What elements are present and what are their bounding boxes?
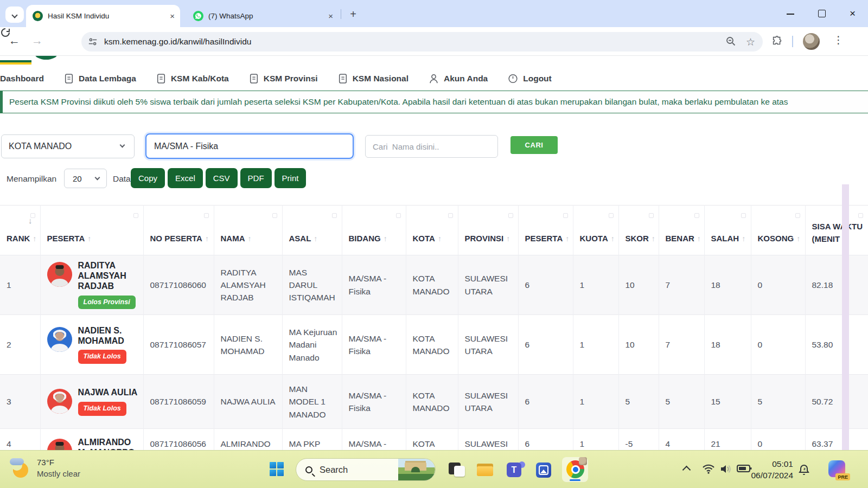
clock[interactable]: 05:01 06/07/2024 [751,458,793,481]
page-size-value: 20 [73,174,82,183]
filter-icon[interactable] [204,213,209,218]
nav-item-ksm-kab-kota[interactable]: KSM Kab/Kota [156,73,229,84]
column-header-sisa-waktu-menit[interactable]: SISA WAKTU (MENIT [805,206,868,255]
cell-no-peserta: 087171086060 [143,255,214,315]
profile-avatar[interactable] [803,33,820,50]
nav-item-ksm-provinsi[interactable]: KSM Provinsi [249,73,318,84]
teams-button[interactable]: T [505,459,525,480]
filter-icon[interactable] [272,213,277,218]
filter-icon[interactable] [649,213,654,218]
chrome-button[interactable] [562,457,588,482]
nav-item-ksm-nasional[interactable]: KSM Nasional [338,73,409,84]
export-pdf-button[interactable]: PDF [240,168,272,188]
nav-item-logout[interactable]: Logout [508,73,552,84]
export-csv-button[interactable]: CSV [206,168,238,188]
cell-skor: -5 [618,429,659,450]
export-print-button[interactable]: Print [275,168,307,188]
table-row[interactable]: 1 RADITYA ALAMSYAH RADJAB Lolos Provinsi… [0,255,868,315]
minimize-button[interactable] [775,0,806,27]
maximize-button[interactable] [806,0,837,27]
participant-name: ALMIRANDO M. MANOPPO [78,438,139,450]
column-header-no-peserta[interactable]: NO PESERTA↑ [143,206,214,255]
url-bar[interactable]: ksm.kemenag.go.id/kanwil/hasilIndividu ☆ [81,32,763,52]
export-copy-button[interactable]: Copy [131,168,165,188]
weather-widget[interactable]: 73°F Mostly clear [9,456,80,481]
nav-item-dashboard[interactable]: Dashboard [0,74,44,84]
column-header-bidang[interactable]: BIDANG↑ [342,206,406,255]
filter-icon[interactable] [858,213,863,218]
region-select[interactable]: KOTA MANADO [1,134,135,158]
tab-search-button[interactable] [5,7,24,23]
column-header-skor[interactable]: SKOR↑ [618,206,659,255]
weather-temp: 73°F [37,458,80,467]
forward-button[interactable]: → [31,34,43,47]
column-header-asal[interactable]: ASAL↑ [282,206,342,255]
battery-icon[interactable] [737,464,752,475]
page-scrollbar[interactable] [842,184,849,450]
photos-button[interactable] [534,459,554,480]
extensions-icon[interactable] [771,35,783,49]
tab-hasil-ksm[interactable]: Hasil KSM Individu × [26,5,180,27]
page-size-select[interactable]: 20 [64,169,107,188]
browser-menu-icon[interactable]: ⋮ [833,34,844,46]
table-row[interactable]: 3 NAJWA AULIA Tidak Lolos 087171086059 N… [0,375,868,429]
close-window-button[interactable]: × [837,0,868,27]
column-header-kota[interactable]: KOTA↑ [406,206,458,255]
cell-bidang: MA/SMA - [342,429,406,450]
filter-icon[interactable] [694,213,699,218]
search-name-input[interactable] [365,135,498,158]
filter-icon[interactable] [795,213,800,218]
column-header-rank[interactable]: ↓RANK↑ [0,206,40,255]
nav-item-label: Data Lembaga [79,74,136,84]
wifi-icon[interactable] [702,464,715,476]
filter-icon[interactable] [609,213,614,218]
column-header-salah[interactable]: SALAH↑ [704,206,751,255]
url-text[interactable]: ksm.kemenag.go.id/kanwil/hasilIndividu [104,37,716,47]
bookmark-star-icon[interactable]: ☆ [746,36,755,48]
table-row[interactable]: 4 ALMIRANDO M. MANOPPO 087171086056 ALMI… [0,429,868,450]
notification-bell-icon[interactable]: z [797,464,810,478]
table-row[interactable]: 2 NADIEN S. MOHAMAD Tidak Lolos 08717108… [0,315,868,375]
filter-icon[interactable] [508,213,513,218]
cell-nama: NADIEN S. MOHAMAD [214,315,282,375]
tray-chevron-up-icon[interactable] [682,466,691,474]
column-header-benar[interactable]: BENAR↑ [659,206,704,255]
filter-icon[interactable] [332,213,337,218]
subject-input[interactable] [145,133,354,159]
zoom-out-icon[interactable] [725,36,736,48]
filter-icon[interactable] [396,213,401,218]
filter-icon[interactable] [741,213,746,218]
start-button[interactable] [270,462,284,477]
copilot-button[interactable]: PRE [828,460,845,477]
nav-item-label: Logout [523,74,552,84]
nav-item-akun-anda[interactable]: Akun Anda [429,73,488,84]
taskbar-search[interactable]: Search [296,458,436,481]
participant-name: NADIEN S. MOHAMAD [78,326,139,346]
task-view-button[interactable] [447,459,468,480]
filter-icon[interactable] [563,213,568,218]
bing-daily-image[interactable] [398,458,435,481]
column-header-peserta[interactable]: PESERTA↑ [518,206,573,255]
cell-no-peserta: 087171086059 [143,375,214,429]
column-header-kosong[interactable]: KOSONG↑ [751,206,805,255]
column-header-peserta[interactable]: PESERTA↑ [40,206,143,255]
back-button[interactable]: ← [9,34,20,47]
cell-rank: 2 [0,315,40,375]
cell-nama: RADITYA ALAMSYAH RADJAB [214,255,282,315]
column-header-kuota[interactable]: KUOTA↑ [573,206,618,255]
close-tab-icon[interactable]: × [328,12,333,20]
filter-icon[interactable] [133,213,138,218]
export-excel-button[interactable]: Excel [168,168,203,188]
close-tab-icon[interactable]: × [170,12,175,20]
cari-button[interactable]: CARI [510,136,558,154]
nav-item-data-lembaga[interactable]: Data Lembaga [64,73,136,84]
filter-icon[interactable] [448,213,453,218]
search-icon [305,466,312,473]
column-header-nama[interactable]: NAMA↑ [214,206,282,255]
volume-icon[interactable] [719,464,732,476]
new-tab-button[interactable]: + [346,7,360,21]
tab-whatsapp[interactable]: (7) WhatsApp × [187,5,339,27]
column-header-provinsi[interactable]: PROVINSI↑ [458,206,518,255]
site-settings-icon[interactable] [88,37,98,47]
file-explorer-button[interactable] [475,459,496,480]
